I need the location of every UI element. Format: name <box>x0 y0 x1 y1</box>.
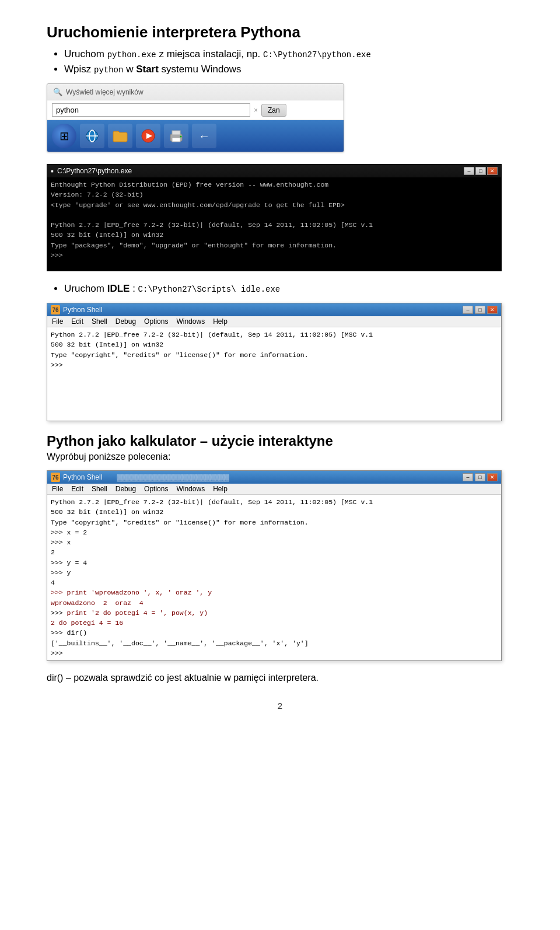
svg-point-8 <box>180 136 182 138</box>
menu-shell[interactable]: Shell <box>92 317 107 326</box>
menu2-shell[interactable]: Shell <box>92 485 107 493</box>
media-player-icon[interactable] <box>136 124 160 148</box>
bullet-list-2: Uruchom IDLE : C:\Python27\Scripts\ idle… <box>64 283 513 295</box>
win7-search-clear-button[interactable]: × <box>254 106 258 114</box>
bullet-list-1: Uruchom python.exe z miejsca instalacji,… <box>64 48 513 75</box>
menu2-edit[interactable]: Edit <box>71 485 83 493</box>
bullet2-text: Wpisz python w Start systemu Windows <box>64 64 242 75</box>
pyshell2-controls: – □ ✕ <box>463 473 498 481</box>
pyshell2-titlebar: 76 Python Shell ▓▓▓▓▓▓▓▓▓▓▓▓▓▓▓▓▓▓▓▓▓▓▓▓… <box>47 471 501 484</box>
menu-options[interactable]: Options <box>144 317 168 326</box>
pyshell1-minimize-button[interactable]: – <box>463 306 473 314</box>
win7-search-top-bar: 🔍 Wyświetl więcej wyników <box>47 84 344 100</box>
cmd-controls: – □ ✕ <box>464 167 498 175</box>
bullet3-text: Uruchom IDLE : C:\Python27\Scripts\ idle… <box>64 283 280 294</box>
menu-debug[interactable]: Debug <box>116 317 136 326</box>
pyshell1-menubar: File Edit Shell Debug Options Windows He… <box>47 316 501 327</box>
pyshell2-logo: 76 <box>51 473 60 482</box>
pyshell2-close-button[interactable]: ✕ <box>487 473 498 481</box>
bullet1-text: Uruchom python.exe z miejsca instalacji,… <box>64 48 371 60</box>
pyshell2-titlebar-left: 76 Python Shell ▓▓▓▓▓▓▓▓▓▓▓▓▓▓▓▓▓▓▓▓▓▓▓▓ <box>51 473 229 482</box>
menu-help[interactable]: Help <box>213 317 228 326</box>
pyshell1-controls: – □ ✕ <box>463 306 498 314</box>
cmd-titlebar: ▪ C:\Python27\python.exe – □ ✕ <box>47 165 501 177</box>
page-number: 2 <box>47 701 513 711</box>
page-title: Uruchomienie interpretera Pythona <box>47 23 513 41</box>
cmd-titlebar-left: ▪ C:\Python27\python.exe <box>51 166 132 176</box>
win7-taskbar: ⊞ <box>47 120 344 152</box>
pyshell2-title-label: Python Shell <box>63 473 102 481</box>
pyshell2-body: Python 2.7.2 |EPD_free 7.2-2 (32-bit)| (… <box>47 495 501 660</box>
magnifier-icon: 🔍 <box>53 88 62 96</box>
cmd-minimize-button[interactable]: – <box>464 167 474 175</box>
menu2-windows[interactable]: Windows <box>176 485 205 493</box>
pyshell1-logo: 76 <box>51 305 60 314</box>
cmd-body: Enthought Python Distribution (EPD) free… <box>47 177 501 271</box>
printer-icon[interactable] <box>164 124 188 148</box>
win7-search-zan-button[interactable]: Zan <box>261 104 286 117</box>
cmd-close-button[interactable]: ✕ <box>487 167 498 175</box>
svg-rect-6 <box>172 131 180 135</box>
pyshell2-blurred-info: ▓▓▓▓▓▓▓▓▓▓▓▓▓▓▓▓▓▓▓▓▓▓▓▓ <box>117 474 229 481</box>
pyshell2-screenshot: 76 Python Shell ▓▓▓▓▓▓▓▓▓▓▓▓▓▓▓▓▓▓▓▓▓▓▓▓… <box>47 470 502 661</box>
win7-search-more-label: Wyświetl więcej wyników <box>66 88 144 96</box>
folder-icon[interactable] <box>108 124 132 148</box>
pyshell1-close-button[interactable]: ✕ <box>487 306 498 314</box>
menu2-help[interactable]: Help <box>213 485 228 493</box>
bullet-item-1: Uruchom python.exe z miejsca instalacji,… <box>64 48 513 60</box>
svg-rect-7 <box>172 138 180 142</box>
pyshell1-titlebar-left: 76 Python Shell <box>51 305 102 314</box>
menu2-options[interactable]: Options <box>144 485 168 493</box>
bullet-item-3: Uruchom IDLE : C:\Python27\Scripts\ idle… <box>64 283 513 295</box>
pyshell1-screenshot: 76 Python Shell – □ ✕ File Edit Shell De… <box>47 303 502 421</box>
menu-windows[interactable]: Windows <box>176 317 205 326</box>
menu2-file[interactable]: File <box>52 485 63 493</box>
menu-edit[interactable]: Edit <box>71 317 83 326</box>
section2-sub: Wypróbuj poniższe polecenia: <box>47 452 513 462</box>
ie-icon[interactable] <box>80 124 104 148</box>
back-arrow-icon[interactable]: ← <box>192 124 216 148</box>
cmd-maximize-button[interactable]: □ <box>475 167 486 175</box>
win7-search-screenshot: 🔍 Wyświetl więcej wyników × Zan ⊞ <box>47 83 513 152</box>
footer-text: dir() – pozwala sprawdzić co jest aktual… <box>47 673 513 683</box>
pyshell1-maximize-button[interactable]: □ <box>475 306 485 314</box>
win7-search-input-row[interactable]: × Zan <box>47 100 344 120</box>
pyshell2-menubar: File Edit Shell Debug Options Windows He… <box>47 484 501 495</box>
pyshell2-minimize-button[interactable]: – <box>463 473 473 481</box>
cmd-window-screenshot: ▪ C:\Python27\python.exe – □ ✕ Enthought… <box>47 164 502 271</box>
pyshell1-title-label: Python Shell <box>63 306 102 314</box>
win7-search-box: 🔍 Wyświetl więcej wyników × Zan ⊞ <box>47 83 344 152</box>
section2-title: Python jako kalkulator – użycie interakt… <box>47 433 513 449</box>
menu-file[interactable]: File <box>52 317 63 326</box>
menu2-debug[interactable]: Debug <box>116 485 136 493</box>
pyshell2-maximize-button[interactable]: □ <box>475 473 485 481</box>
windows-orb-icon[interactable]: ⊞ <box>52 124 76 148</box>
bullet-item-2: Wpisz python w Start systemu Windows <box>64 64 513 75</box>
win7-search-input[interactable] <box>52 103 250 117</box>
pyshell1-body: Python 2.7.2 |EPD_free 7.2-2 (32-bit)| (… <box>47 327 501 421</box>
cmd-title-label: C:\Python27\python.exe <box>57 167 132 175</box>
pyshell1-titlebar: 76 Python Shell – □ ✕ <box>47 303 501 316</box>
cmd-icon: ▪ <box>51 166 54 176</box>
